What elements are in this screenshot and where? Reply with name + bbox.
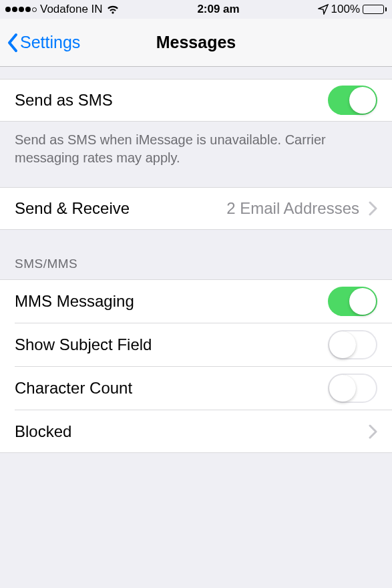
chevron-right-icon <box>369 201 377 216</box>
toggle-show-subject-field[interactable] <box>328 330 377 359</box>
row-send-receive[interactable]: Send & Receive 2 Email Addresses <box>0 187 392 230</box>
wifi-icon <box>106 5 120 15</box>
row-blocked[interactable]: Blocked <box>0 410 392 453</box>
status-right: 100% <box>318 3 387 16</box>
status-time: 2:09 am <box>120 3 318 16</box>
toggle-character-count[interactable] <box>328 374 377 403</box>
row-label: Send & Receive <box>15 199 226 218</box>
status-bar: Vodafone IN 2:09 am 100% <box>0 0 392 19</box>
chevron-left-icon <box>7 33 19 53</box>
group-sms-mms: MMS Messaging Show Subject Field Charact… <box>0 279 392 453</box>
row-mms-messaging[interactable]: MMS Messaging <box>0 280 392 323</box>
status-left: Vodafone IN <box>5 3 120 16</box>
back-button[interactable]: Settings <box>7 33 80 53</box>
row-label: Show Subject Field <box>15 335 328 354</box>
group-send-receive: Send & Receive 2 Email Addresses <box>0 187 392 230</box>
page-title: Messages <box>156 33 236 52</box>
row-send-as-sms[interactable]: Send as SMS <box>0 79 392 122</box>
battery-icon <box>363 5 387 14</box>
row-label: Send as SMS <box>15 91 328 110</box>
toggle-mms-messaging[interactable] <box>328 287 377 316</box>
section-header-sms-mms: SMS/MMS <box>0 230 392 279</box>
nav-bar: Settings Messages <box>0 19 392 67</box>
carrier-label: Vodafone IN <box>40 3 103 16</box>
group-send-as-sms: Send as SMS <box>0 79 392 122</box>
row-character-count[interactable]: Character Count <box>0 367 392 410</box>
location-icon <box>318 4 329 15</box>
back-label: Settings <box>20 33 80 52</box>
row-detail: 2 Email Addresses <box>226 199 359 218</box>
footer-send-as-sms: Send as SMS when iMessage is unavailable… <box>0 122 392 187</box>
toggle-send-as-sms[interactable] <box>328 86 377 115</box>
chevron-right-icon <box>369 424 377 439</box>
signal-strength-icon <box>5 7 37 12</box>
row-show-subject-field[interactable]: Show Subject Field <box>0 323 392 366</box>
battery-percent-label: 100% <box>331 3 360 16</box>
row-label: Character Count <box>15 379 328 398</box>
row-label: Blocked <box>15 422 369 441</box>
row-label: MMS Messaging <box>15 292 328 311</box>
